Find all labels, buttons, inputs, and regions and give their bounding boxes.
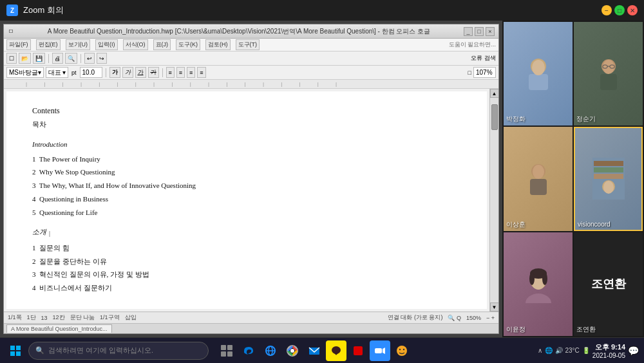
svg-rect-41 — [375, 348, 382, 353]
strikethrough-btn[interactable]: 가 — [148, 67, 159, 78]
participant-avatar-2 — [574, 22, 643, 126]
expand-tray[interactable]: ∧ — [538, 347, 542, 354]
wp-minimize[interactable]: _ — [464, 27, 473, 36]
participant-avatar-1 — [504, 22, 573, 126]
status-edit: 연결 대화 (가로 용지) — [388, 313, 443, 322]
menu-format[interactable]: 서식(O) — [123, 39, 148, 50]
participant-tile-bakjeonghwa: 박정화 — [504, 22, 573, 126]
svg-point-2 — [532, 60, 545, 75]
svg-rect-25 — [16, 346, 21, 350]
menu-view[interactable]: 보기(U) — [66, 39, 91, 50]
new-btn[interactable]: ☐ — [6, 53, 17, 64]
participant-tile-joyeonhwan: 조연환 조연환 — [574, 232, 643, 336]
scroll-up[interactable]: ▲ — [490, 89, 499, 98]
participant-tile-iyunjeon: 이윤정 — [504, 232, 573, 336]
start-button[interactable] — [5, 340, 26, 361]
participant-tile-isanghun: 이상훈 — [504, 127, 573, 230]
zoom-icon: Z — [6, 5, 18, 16]
battery-icon: 🔋 — [582, 347, 590, 354]
wp-scrollbar[interactable]: ▲ ▼ — [489, 89, 498, 312]
close-button[interactable]: ✕ — [627, 5, 638, 15]
menu-tools[interactable]: 도구(K) — [176, 39, 200, 50]
wp-document-content[interactable]: Contents 목차 Introduction 1 The Power of … — [6, 91, 487, 309]
doc-intro-section: Introduction 1 The Power of Inquiry 2 Wh… — [32, 138, 461, 218]
wp-toolbar1: ☐ 📂 💾 🖨 🔍 ↩ ↪ 오류 검색 — [4, 51, 498, 66]
notification-icon[interactable]: 💬 — [628, 346, 639, 356]
scroll-thumb[interactable] — [491, 104, 498, 130]
italic-btn[interactable]: 가 — [122, 67, 133, 78]
align-right[interactable]: ≡ — [187, 67, 195, 78]
menu-insert[interactable]: 입력(I) — [95, 39, 118, 50]
menu-tools2[interactable]: 도구(T) — [236, 39, 260, 50]
taskbar-app-emoji[interactable] — [392, 340, 412, 361]
doc-item-5: 5 Questioning for Life — [32, 207, 461, 219]
fontsize-dropdown[interactable]: 10.0 — [80, 67, 102, 78]
search-placeholder: 검색하려면 여기에 입력하십시오. — [48, 346, 153, 355]
wp-tab-bar: A More Beautiful Question_Introduc... — [4, 323, 498, 333]
system-tray: ∧ 🌐 🔊 23°C 🔋 — [538, 347, 590, 354]
time-display: 오후 9:14 — [592, 342, 625, 352]
temperature: 23°C — [565, 347, 580, 354]
open-btn[interactable]: 📂 — [19, 53, 31, 64]
status-page: 1/1쪽 — [8, 313, 22, 322]
main-content: ㅁ A More Beautiful Question_Introduction… — [0, 21, 644, 337]
style-dropdown[interactable]: 대표 ▾ — [46, 67, 68, 78]
taskbar-app-taskview[interactable] — [216, 340, 237, 361]
preview-btn[interactable]: 🔍 — [65, 53, 77, 64]
menu-file[interactable]: 파일(F) — [6, 39, 31, 50]
svg-rect-29 — [227, 345, 232, 350]
scroll-track[interactable] — [490, 98, 498, 302]
svg-rect-15 — [594, 174, 623, 179]
taskbar-search[interactable]: 🔍 검색하려면 여기에 입력하십시오. — [28, 342, 209, 360]
print-btn[interactable]: 🖨 — [52, 53, 63, 64]
menu-review[interactable]: 검토(H) — [205, 39, 231, 50]
participant-tile-visioncoord: visioncoord — [574, 127, 643, 230]
svg-point-18 — [526, 293, 551, 303]
svg-point-23 — [542, 272, 547, 285]
wp-close[interactable]: × — [486, 27, 495, 36]
menu-edit[interactable]: 편집(E) — [36, 39, 61, 50]
bold-btn[interactable]: 가 — [109, 67, 120, 78]
cursor-indicator: | — [49, 228, 50, 239]
participant-avatar-3 — [504, 127, 573, 230]
taskbar-app-red[interactable] — [348, 340, 368, 361]
wp-toolbar2: MS바탕글 ▾ 대표 ▾ pt 10.0 가 가 가 가 ≡ ≡ — [4, 66, 498, 80]
status-zoom-controls[interactable]: − + — [486, 315, 495, 321]
wp-tab[interactable]: A More Beautiful Question_Introduc... — [6, 324, 112, 333]
taskbar-app-ie[interactable] — [260, 340, 281, 361]
status-mode: 1/1구역 — [100, 313, 120, 322]
svg-point-11 — [533, 165, 544, 179]
save-btn[interactable]: 💾 — [33, 53, 45, 64]
taskbar-app-mail[interactable] — [304, 340, 325, 361]
status-layout: 문단 나눔 — [70, 313, 95, 322]
search-help[interactable]: 도움이 필요하면... — [449, 41, 496, 49]
taskbar-time: 오후 9:14 2021-09-05 — [592, 342, 625, 359]
align-justify[interactable]: ≡ — [197, 67, 205, 78]
align-center[interactable]: ≡ — [176, 67, 185, 78]
undo-btn[interactable]: ↩ — [84, 53, 95, 64]
doc-korean-heading: 목차 — [32, 118, 461, 131]
maximize-button[interactable]: □ — [614, 5, 625, 15]
font-dropdown[interactable]: MS바탕글 ▾ — [6, 67, 44, 78]
minimize-button[interactable]: − — [601, 5, 612, 15]
taskbar-app-chrome[interactable] — [282, 340, 303, 361]
window-title: Zoom 회의 — [23, 5, 601, 16]
svg-point-45 — [403, 348, 404, 349]
align-left[interactable]: ≡ — [166, 67, 175, 78]
taskbar-app-edge[interactable] — [238, 340, 259, 361]
zoom-dropdown[interactable]: 107 % — [473, 67, 496, 78]
date-display: 2021-09-05 — [592, 352, 625, 359]
status-section: 1단 — [27, 313, 36, 322]
document-area: ㅁ A More Beautiful Question_Introduction… — [0, 21, 502, 337]
wp-maximize[interactable]: □ — [475, 27, 484, 36]
scroll-down[interactable]: ▼ — [490, 302, 499, 312]
underline-btn[interactable]: 가 — [135, 67, 146, 78]
speaker-icon[interactable]: 🔊 — [555, 347, 563, 354]
taskbar-app-zoom[interactable] — [370, 340, 390, 361]
redo-btn[interactable]: ↪ — [97, 53, 107, 64]
taskbar-app-kakaotalk[interactable] — [326, 340, 346, 361]
doc-item-1: 1 The Power of Inquiry — [32, 153, 461, 165]
svg-rect-27 — [16, 351, 21, 356]
menu-table[interactable]: 표(J) — [153, 39, 171, 50]
svg-rect-13 — [594, 161, 623, 166]
